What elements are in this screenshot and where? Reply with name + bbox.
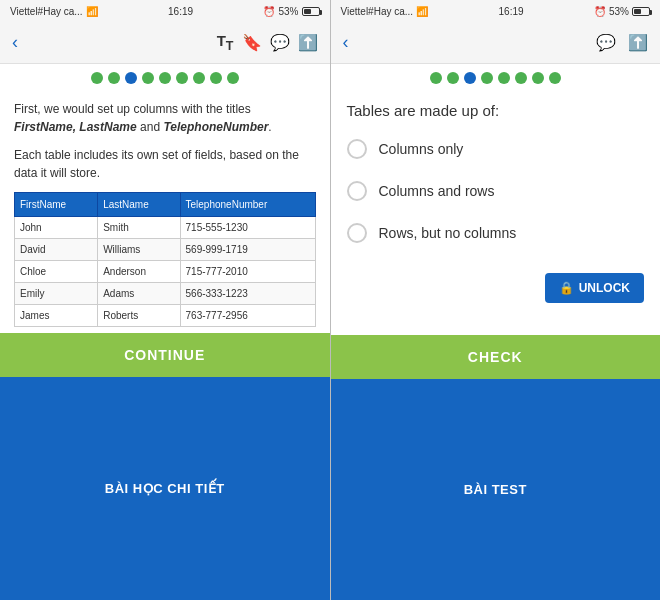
- dot-4: [142, 72, 154, 84]
- right-status-right: ⏰ 53%: [594, 6, 650, 17]
- col-header-phone: TelephoneNumber: [180, 193, 315, 217]
- left-status-left: Viettel#Hay ca... 📶: [10, 6, 98, 17]
- col-header-lastname: LastName: [98, 193, 180, 217]
- screens-container: Viettel#Hay ca... 📶 16:19 ⏰ 53% ‹ TT 🔖 💬…: [0, 0, 660, 600]
- left-footer-label: BÀI HỌC CHI TIẾT: [0, 377, 330, 600]
- left-time: 16:19: [168, 6, 193, 17]
- dot-7: [193, 72, 205, 84]
- dot-1: [91, 72, 103, 84]
- table-row: EmilyAdams566-333-1223: [15, 283, 316, 305]
- lock-icon: 🔒: [559, 281, 574, 295]
- unlock-button[interactable]: 🔒 UNLOCK: [545, 273, 644, 303]
- dot-6: [176, 72, 188, 84]
- option-label-columns-only: Columns only: [379, 141, 464, 157]
- left-screen: Viettel#Hay ca... 📶 16:19 ⏰ 53% ‹ TT 🔖 💬…: [0, 0, 330, 600]
- text-size-icon[interactable]: TT: [217, 32, 234, 53]
- right-time: 16:19: [499, 6, 524, 17]
- right-dot-2: [447, 72, 459, 84]
- radio-rows-no-columns[interactable]: [347, 223, 367, 243]
- check-button[interactable]: CHECK: [331, 335, 661, 379]
- right-battery-icon: [632, 7, 650, 16]
- right-battery: 53%: [609, 6, 629, 17]
- table-row: JohnSmith715-555-1230: [15, 217, 316, 239]
- intro-paragraph: First, we would set up columns with the …: [14, 100, 316, 136]
- left-status-right: ⏰ 53%: [263, 6, 319, 17]
- option-columns-rows[interactable]: Columns and rows: [347, 181, 645, 201]
- left-status-bar: Viettel#Hay ca... 📶 16:19 ⏰ 53%: [0, 0, 330, 22]
- right-back-button[interactable]: ‹: [343, 32, 349, 53]
- wifi-icon: 📶: [86, 6, 98, 17]
- unlock-label: UNLOCK: [579, 281, 630, 295]
- table-row: DavidWilliams569-999-1719: [15, 239, 316, 261]
- right-content: Tables are made up of: Columns only Colu…: [331, 90, 661, 335]
- right-status-bar: Viettel#Hay ca... 📶 16:19 ⏰ 53%: [331, 0, 661, 22]
- alarm-icon: ⏰: [263, 6, 275, 17]
- left-back-button[interactable]: ‹: [12, 32, 18, 53]
- dot-9: [227, 72, 239, 84]
- option-label-columns-rows: Columns and rows: [379, 183, 495, 199]
- dot-8: [210, 72, 222, 84]
- chat-icon[interactable]: 💬: [270, 33, 290, 52]
- right-wifi-icon: 📶: [416, 6, 428, 17]
- left-progress-dots: [0, 64, 330, 90]
- right-chat-icon[interactable]: 💬: [596, 33, 616, 52]
- right-nav-bar: ‹ 💬 ⬆️: [331, 22, 661, 64]
- col-header-firstname: FirstName: [15, 193, 98, 217]
- option-columns-only[interactable]: Columns only: [347, 139, 645, 159]
- left-carrier: Viettel#Hay ca...: [10, 6, 83, 17]
- question-title: Tables are made up of:: [347, 102, 645, 119]
- dot-2: [108, 72, 120, 84]
- bookmark-icon[interactable]: 🔖: [242, 33, 262, 52]
- right-dot-6: [515, 72, 527, 84]
- left-nav-bar: ‹ TT 🔖 💬 ⬆️: [0, 22, 330, 64]
- unlock-area: 🔒 UNLOCK: [347, 265, 645, 311]
- right-dot-3: [464, 72, 476, 84]
- right-dot-1: [430, 72, 442, 84]
- option-rows-no-columns[interactable]: Rows, but no columns: [347, 223, 645, 243]
- right-dot-4: [481, 72, 493, 84]
- right-carrier: Viettel#Hay ca...: [341, 6, 414, 17]
- left-battery: 53%: [278, 6, 298, 17]
- left-nav-center: TT 🔖 💬 ⬆️: [217, 32, 318, 53]
- left-content: First, we would set up columns with the …: [0, 90, 330, 333]
- table-row: JamesRoberts763-777-2956: [15, 305, 316, 327]
- dot-5: [159, 72, 171, 84]
- option-label-rows-no-columns: Rows, but no columns: [379, 225, 517, 241]
- right-alarm-icon: ⏰: [594, 6, 606, 17]
- right-nav-icons: 💬 ⬆️: [596, 33, 648, 52]
- radio-columns-rows[interactable]: [347, 181, 367, 201]
- right-dot-5: [498, 72, 510, 84]
- battery-icon: [302, 7, 320, 16]
- right-screen: Viettel#Hay ca... 📶 16:19 ⏰ 53% ‹ 💬 ⬆️: [331, 0, 661, 600]
- right-dot-8: [549, 72, 561, 84]
- continue-button[interactable]: CONTINUE: [0, 333, 330, 377]
- share-icon[interactable]: ⬆️: [298, 33, 318, 52]
- table-row: ChloeAnderson715-777-2010: [15, 261, 316, 283]
- right-dot-7: [532, 72, 544, 84]
- right-status-left: Viettel#Hay ca... 📶: [341, 6, 429, 17]
- right-progress-dots: [331, 64, 661, 90]
- radio-columns-only[interactable]: [347, 139, 367, 159]
- data-table: FirstName LastName TelephoneNumber JohnS…: [14, 192, 316, 327]
- right-footer-label: BÀI TEST: [331, 379, 661, 600]
- detail-paragraph: Each table includes its own set of field…: [14, 146, 316, 182]
- dot-3: [125, 72, 137, 84]
- right-share-icon[interactable]: ⬆️: [628, 33, 648, 52]
